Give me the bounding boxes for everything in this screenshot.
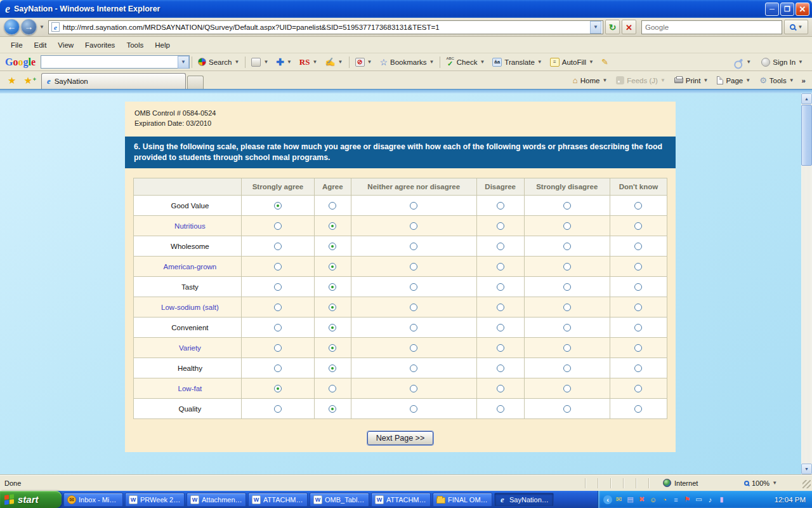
radio-button[interactable] (563, 304, 571, 311)
new-tab-button[interactable] (187, 76, 204, 89)
taskbar-item[interactable]: WPRWeek 20... (125, 493, 185, 507)
highlighter-button[interactable]: ✎ (598, 55, 612, 69)
rs-button[interactable]: RS▼ (296, 55, 322, 69)
sign-in-button[interactable]: Sign In▼ (757, 56, 807, 69)
forward-button[interactable]: → (21, 19, 37, 35)
search-box[interactable] (641, 20, 782, 34)
tray-chevron-icon[interactable]: ‹ (603, 495, 612, 504)
radio-button[interactable] (563, 344, 571, 352)
radio-button[interactable] (274, 364, 282, 372)
taskbar-item[interactable]: WATTACHME... (248, 493, 308, 507)
google-search-input[interactable] (41, 58, 178, 66)
tray-monitor-icon[interactable]: ▭ (694, 495, 704, 504)
page-button[interactable]: Page▼ (713, 74, 754, 86)
radio-button[interactable] (410, 324, 417, 331)
favorites-center-icon[interactable]: ★ (4, 75, 20, 89)
menu-item-help[interactable]: Help (149, 39, 176, 51)
spellcheck-button[interactable]: ABC✓ Check▼ (442, 55, 488, 69)
share-button[interactable]: ✍▼ (321, 55, 346, 69)
home-button[interactable]: ⌂Home▼ (569, 74, 611, 87)
radio-button[interactable] (497, 324, 504, 331)
google-search-box[interactable]: ▼ (41, 55, 190, 69)
tray-stack-icon[interactable]: ≡ (671, 495, 681, 504)
radio-button[interactable] (410, 222, 417, 230)
radio-button[interactable] (634, 243, 642, 250)
radio-button[interactable] (634, 324, 642, 331)
tray-reminder-icon[interactable]: ◔ (660, 495, 669, 504)
menu-item-file[interactable]: File (5, 39, 29, 51)
toolbar-settings-button[interactable]: ▼ (731, 57, 755, 67)
restore-button[interactable]: ❐ (780, 3, 794, 16)
news-button[interactable]: ▼ (247, 56, 272, 69)
toolbar-overflow-icon[interactable]: » (799, 77, 808, 84)
taskbar-item[interactable]: WAttachment... (187, 493, 246, 507)
radio-button[interactable] (497, 344, 504, 352)
radio-button[interactable] (274, 263, 282, 271)
radio-button[interactable] (329, 243, 336, 250)
radio-button[interactable] (497, 202, 504, 210)
radio-button[interactable] (497, 385, 504, 392)
radio-button[interactable] (563, 364, 571, 372)
radio-button[interactable] (497, 364, 504, 372)
taskbar-item[interactable]: WATTACHME... (371, 493, 431, 507)
radio-button[interactable] (634, 364, 642, 372)
scrollbar-thumb[interactable] (801, 105, 812, 166)
radio-button[interactable] (563, 283, 571, 291)
minimize-button[interactable]: ─ (765, 3, 779, 16)
tab-saynation[interactable]: e SayNation (41, 73, 186, 89)
tray-volume-icon[interactable]: ♪ (705, 495, 715, 504)
radio-button[interactable] (329, 304, 336, 311)
vertical-scrollbar[interactable]: ▲ ▼ (801, 93, 812, 474)
radio-button[interactable] (497, 304, 504, 311)
radio-button[interactable] (563, 324, 571, 331)
tray-display-icon[interactable]: ▤ (625, 495, 635, 504)
radio-button[interactable] (634, 263, 642, 271)
radio-button[interactable] (634, 283, 642, 291)
radio-button[interactable] (274, 304, 282, 311)
search-go-button[interactable]: ▼ (784, 20, 808, 34)
radio-button[interactable] (274, 243, 282, 250)
menu-item-tools[interactable]: Tools (121, 39, 149, 51)
radio-button[interactable] (634, 222, 642, 230)
radio-button[interactable] (274, 283, 282, 291)
radio-button[interactable] (497, 263, 504, 271)
menu-item-favorites[interactable]: Favorites (79, 39, 121, 51)
radio-button[interactable] (634, 405, 642, 413)
close-button[interactable]: ✕ (796, 3, 809, 16)
radio-button[interactable] (329, 364, 336, 372)
radio-button[interactable] (410, 202, 417, 210)
radio-button[interactable] (329, 263, 336, 271)
popup-blocker-button[interactable]: ⊘▼ (351, 56, 376, 69)
radio-button[interactable] (497, 243, 504, 250)
radio-button[interactable] (329, 222, 336, 230)
radio-button[interactable] (329, 405, 336, 413)
radio-button[interactable] (274, 222, 282, 230)
print-button[interactable]: Print▼ (671, 75, 712, 86)
bookmarks-button[interactable]: ☆ Bookmarks▼ (376, 55, 438, 69)
google-search-dropdown-icon[interactable]: ▼ (178, 56, 189, 69)
address-dropdown-icon[interactable]: ▼ (590, 21, 601, 34)
back-button[interactable]: ← (4, 19, 20, 35)
url-input[interactable] (63, 23, 590, 31)
tray-messenger-icon[interactable]: ☺ (648, 495, 658, 504)
radio-button[interactable] (410, 263, 417, 271)
radio-button[interactable] (274, 324, 282, 331)
refresh-button[interactable]: ↻ (605, 20, 620, 34)
radio-button[interactable] (274, 202, 282, 210)
scroll-up-icon[interactable]: ▲ (801, 93, 812, 104)
taskbar-item[interactable]: ✉Inbox - Micr... (63, 493, 123, 507)
tools-button[interactable]: ⚙Tools▼ (756, 74, 797, 87)
autofill-button[interactable]: ≡ AutoFill▼ (546, 56, 598, 69)
radio-button[interactable] (634, 304, 642, 311)
add-gadget-button[interactable]: ✚▼ (272, 55, 296, 70)
radio-button[interactable] (410, 243, 417, 250)
zoom-dropdown-icon[interactable]: ▼ (772, 480, 777, 486)
tray-network-error-icon[interactable]: ✖ (637, 495, 646, 504)
radio-button[interactable] (329, 283, 336, 291)
radio-button[interactable] (497, 405, 504, 413)
next-page-button[interactable]: Next Page >> (367, 431, 433, 445)
radio-button[interactable] (329, 385, 336, 392)
feeds-button[interactable]: Feeds (J)▼ (612, 74, 669, 86)
stop-button[interactable]: ✕ (622, 20, 636, 34)
google-search-button[interactable]: Search▼ (194, 56, 243, 68)
